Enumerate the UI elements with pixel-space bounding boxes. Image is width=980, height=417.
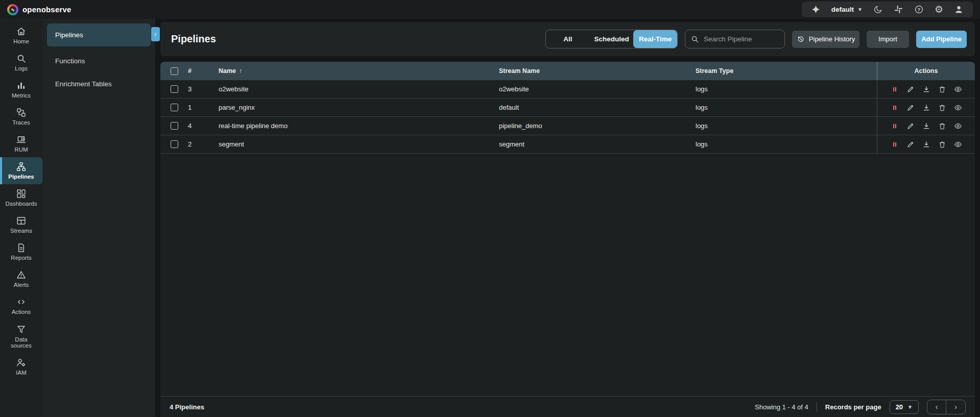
- prev-page-button[interactable]: ‹: [927, 400, 946, 414]
- sidebar-item-label: RUM: [14, 146, 28, 153]
- table-header-row: # Name ↑ Stream Name Stream Type Actions: [160, 62, 975, 80]
- import-button[interactable]: Import: [867, 31, 909, 48]
- column-header-name-label: Name: [219, 67, 236, 75]
- stream-name: segment: [499, 135, 696, 153]
- funnel-icon: [16, 324, 27, 335]
- view-button[interactable]: [952, 83, 964, 95]
- search-pipeline-input[interactable]: [704, 35, 779, 43]
- delete-button[interactable]: [936, 102, 948, 113]
- row-checkbox[interactable]: [171, 85, 178, 93]
- sidebar-item-label: Actions: [12, 309, 31, 315]
- sidebar-item-label: Alerts: [14, 282, 29, 288]
- column-header-number[interactable]: #: [188, 62, 219, 80]
- org-selector[interactable]: default ▼: [831, 6, 863, 13]
- chevron-down-icon: ▼: [907, 404, 913, 410]
- sidebar-item-alerts[interactable]: Alerts: [0, 265, 42, 292]
- delete-button[interactable]: [936, 120, 948, 132]
- user-gear-icon: [16, 357, 27, 368]
- download-button[interactable]: [920, 83, 932, 95]
- sidebar-item-reports[interactable]: Reports: [0, 238, 42, 265]
- sidebar-item-label: Data sources: [7, 336, 36, 349]
- sidebar-item-metrics[interactable]: Metrics: [0, 76, 42, 103]
- subnav-item-pipelines[interactable]: Pipelines: [47, 23, 151, 46]
- page-title: Pipelines: [171, 33, 216, 45]
- user-profile-icon[interactable]: [954, 5, 964, 14]
- add-pipeline-button[interactable]: Add Pipeline: [916, 31, 967, 48]
- delete-button[interactable]: [936, 138, 948, 150]
- tab-real-time[interactable]: Real-Time: [633, 30, 677, 48]
- download-button[interactable]: [920, 120, 932, 132]
- stream-name: default: [499, 99, 696, 116]
- sidebar-item-dashboards[interactable]: Dashboards: [0, 184, 42, 211]
- row-checkbox[interactable]: [171, 122, 178, 130]
- chevron-down-icon: ▼: [857, 7, 863, 12]
- pipeline-name: segment: [219, 135, 499, 153]
- pause-button[interactable]: [889, 120, 900, 132]
- footer-divider: [817, 402, 817, 412]
- sidebar-item-streams[interactable]: Streams: [0, 211, 42, 238]
- select-all-checkbox[interactable]: [171, 67, 178, 75]
- add-pipeline-label: Add Pipeline: [921, 35, 962, 43]
- delete-button[interactable]: [936, 83, 948, 95]
- showing-range: Showing 1 - 4 of 4: [755, 403, 808, 411]
- page-size-select[interactable]: 20 ▼: [890, 400, 919, 414]
- next-page-button[interactable]: ›: [946, 400, 965, 414]
- sidebar-item-data-sources[interactable]: Data sources: [0, 320, 42, 353]
- sidebar-item-rum[interactable]: RUM: [0, 130, 42, 157]
- row-actions: [877, 80, 975, 98]
- sidebar-item-label: Home: [13, 38, 29, 44]
- edit-button[interactable]: [904, 83, 916, 95]
- stream-name: pipeline_demo: [499, 117, 696, 135]
- tab-all[interactable]: All: [546, 30, 590, 48]
- pipeline-history-button[interactable]: Pipeline History: [792, 31, 859, 48]
- sidebar-item-label: Streams: [10, 228, 32, 234]
- settings-gear-icon[interactable]: ⚙: [935, 5, 943, 14]
- sidebar-item-pipelines[interactable]: Pipelines: [0, 157, 42, 184]
- sidebar-item-actions[interactable]: Actions: [0, 292, 42, 320]
- table-row: 1 parse_nginx default logs: [160, 99, 975, 117]
- subnav-item-functions[interactable]: Functions: [42, 50, 155, 72]
- stream-name: o2website: [499, 80, 696, 98]
- column-header-name[interactable]: Name ↑: [219, 62, 499, 80]
- row-number: 4: [188, 117, 219, 135]
- sidebar-item-traces[interactable]: Traces: [0, 103, 42, 130]
- brand-logo[interactable]: ∿ openobserve: [7, 4, 71, 15]
- subnav-item-enrichment-tables[interactable]: Enrichment Tables: [42, 72, 155, 95]
- ai-sparkle-icon[interactable]: [811, 5, 821, 14]
- help-icon[interactable]: [914, 5, 924, 14]
- edit-button[interactable]: [904, 102, 916, 113]
- column-header-stream-type[interactable]: Stream Type: [696, 62, 877, 80]
- dark-mode-toggle-icon[interactable]: [873, 5, 883, 14]
- row-actions: [877, 99, 975, 116]
- view-button[interactable]: [952, 102, 964, 113]
- home-icon: [16, 26, 27, 37]
- download-button[interactable]: [920, 138, 932, 150]
- row-number: 2: [188, 135, 219, 153]
- sidebar-item-home[interactable]: Home: [0, 22, 42, 49]
- pipelines-table: # Name ↑ Stream Name Stream Type Actions…: [160, 62, 975, 417]
- slack-icon[interactable]: [894, 5, 903, 14]
- sidebar-item-logs[interactable]: Logs: [0, 49, 42, 76]
- sidebar-item-label: Pipelines: [8, 174, 34, 180]
- tab-scheduled[interactable]: Scheduled: [590, 30, 634, 48]
- brand-name: openobserve: [22, 5, 71, 14]
- pause-button[interactable]: [889, 83, 900, 95]
- import-label: Import: [878, 35, 897, 43]
- row-actions: [877, 135, 975, 153]
- download-button[interactable]: [920, 102, 932, 113]
- edit-button[interactable]: [904, 120, 916, 132]
- view-button[interactable]: [952, 120, 964, 132]
- sidebar-collapse-button[interactable]: ‹: [151, 27, 160, 41]
- pause-button[interactable]: [889, 102, 900, 113]
- column-header-stream-name[interactable]: Stream Name: [499, 62, 696, 80]
- edit-button[interactable]: [904, 138, 916, 150]
- view-button[interactable]: [952, 138, 964, 150]
- bar-chart-icon: [16, 80, 27, 91]
- row-checkbox[interactable]: [171, 140, 178, 148]
- page-size-value: 20: [896, 403, 903, 411]
- sidebar-item-label: Metrics: [12, 92, 31, 99]
- pause-button[interactable]: [889, 138, 900, 150]
- stream-type: logs: [696, 135, 877, 153]
- sidebar-item-iam[interactable]: IAM: [0, 353, 42, 380]
- row-checkbox[interactable]: [171, 104, 178, 111]
